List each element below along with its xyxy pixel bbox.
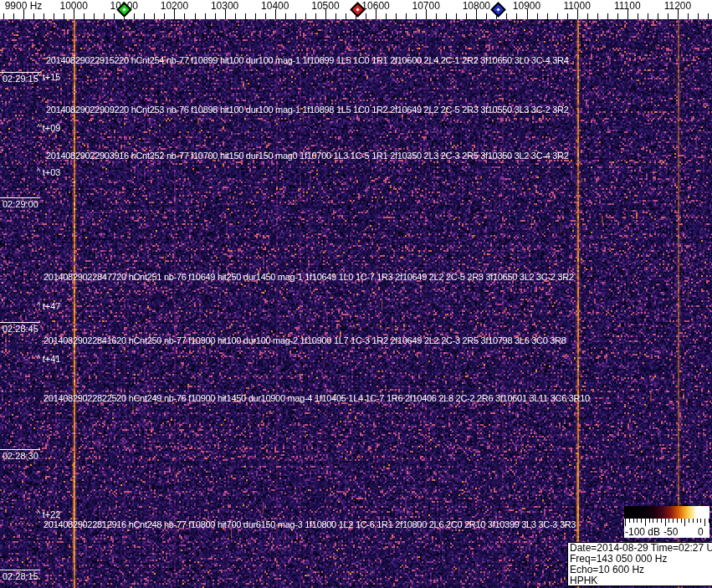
spectrogram-app: 9900 Hz100001010010200103001040010500106… <box>0 0 712 588</box>
freq-tick-label: 10900 <box>513 0 540 12</box>
freq-tick-label: 10800 <box>463 0 490 12</box>
freq-tick-label: 11200 <box>664 0 691 12</box>
caret-icon: ^ <box>37 509 43 518</box>
sweep-edge-tick: ` <box>1 112 3 117</box>
time-offset-annotation: ^ t+22 <box>37 509 60 520</box>
frequency-ruler: 9900 Hz100001010010200103001040010500106… <box>0 0 712 19</box>
db-label-mid: -50 <box>663 527 678 538</box>
sweep-edge-tick: ` <box>1 354 3 359</box>
time-offset-annotation: ^ t+41 <box>37 354 60 365</box>
db-label-min: -100 dB <box>625 527 660 538</box>
time-axis-label: 02:28:45 <box>0 322 40 334</box>
sweep-edge-tick: ` <box>1 103 3 108</box>
time-axis-label: 02:29:00 <box>0 197 40 209</box>
sweep-edge-tick: ` <box>1 73 3 78</box>
freq-tick-label: 11100 <box>614 0 641 12</box>
sweep-edge-tick: ` <box>1 151 3 156</box>
time-offset-annotation: ^ t+47 <box>37 301 60 312</box>
freq-tick-label: 10500 <box>311 0 339 12</box>
caret-icon: ^ <box>37 167 43 176</box>
caret-icon: ^ <box>37 72 43 80</box>
sweep-edge-tick: ` <box>1 510 3 515</box>
time-offset-annotation: ^ t+15 <box>37 72 60 83</box>
caret-icon: ^ <box>37 301 43 309</box>
db-gradient <box>624 506 697 519</box>
detection-log-line: 20140829022909220 hCnt253 nb-76 f10898 h… <box>46 105 569 115</box>
sweep-edge-tick: ` <box>1 168 3 173</box>
detection-log-line: 20140829022822520 hCnt249 nb-76 f10900 h… <box>44 393 590 403</box>
time-axis-label: 02:28:30 <box>0 449 40 461</box>
sweep-edge-tick: ` <box>1 301 3 306</box>
caret-icon: ^ <box>37 354 43 362</box>
freq-tick-label: 10700 <box>412 0 440 12</box>
sweep-edge-tick: ` <box>1 258 3 263</box>
sweep-edge-tick: ` <box>1 54 3 59</box>
freq-tick-label: 10200 <box>161 0 188 12</box>
freq-tick-label: 11000 <box>563 0 590 12</box>
freq-tick-label: 9900 Hz <box>5 0 43 12</box>
sweep-edge-tick: ` <box>1 330 3 335</box>
detection-log-line: 20140829022903916 hCnt252 nb-77 f10700 h… <box>46 151 569 161</box>
sweep-edge-tick: ` <box>1 125 3 130</box>
sweep-edge-tick: ` <box>1 392 3 397</box>
db-colorbar: -100 dB -50 0 <box>624 506 709 538</box>
sweep-edge-tick: ` <box>1 501 3 506</box>
freq-tick-label: 10000 <box>59 0 87 12</box>
freq-tick-label: 10600 <box>361 0 389 12</box>
time-axis-label: 02:28:15 <box>0 570 40 581</box>
detection-log-line: 20140829022915220 hCnt254 nb-77 f10899 h… <box>46 55 569 65</box>
caret-icon: ^ <box>37 123 43 131</box>
freq-tick-label: 10400 <box>261 0 289 12</box>
db-label-max: 0 <box>698 527 704 538</box>
detection-log-line: 20140829022847720 hCnt251 nb-76 f10649 h… <box>44 272 574 282</box>
info-observer-code: HPHK <box>570 575 711 586</box>
sweep-edge-tick: ` <box>1 267 3 272</box>
detection-log-line: 20140829022841620 hCnt250 nb-77 f10900 h… <box>44 335 566 345</box>
detection-log-line: 20140829022812916 hCnt248 nb-77 f10800 h… <box>44 519 576 529</box>
sweep-edge-tick: ` <box>1 284 3 289</box>
time-axis-label: 02:29:15 <box>0 72 40 84</box>
freq-tick-label: 10300 <box>211 0 238 12</box>
status-info-box: Date=2014-08-29 Time=02:27 UTC Freq=143 … <box>567 542 712 586</box>
sweep-edge-tick: ` <box>1 379 3 384</box>
time-offset-annotation: ^ t+03 <box>37 167 60 178</box>
sweep-edge-tick: ` <box>1 142 3 147</box>
time-offset-annotation: ^ t+09 <box>37 123 60 134</box>
